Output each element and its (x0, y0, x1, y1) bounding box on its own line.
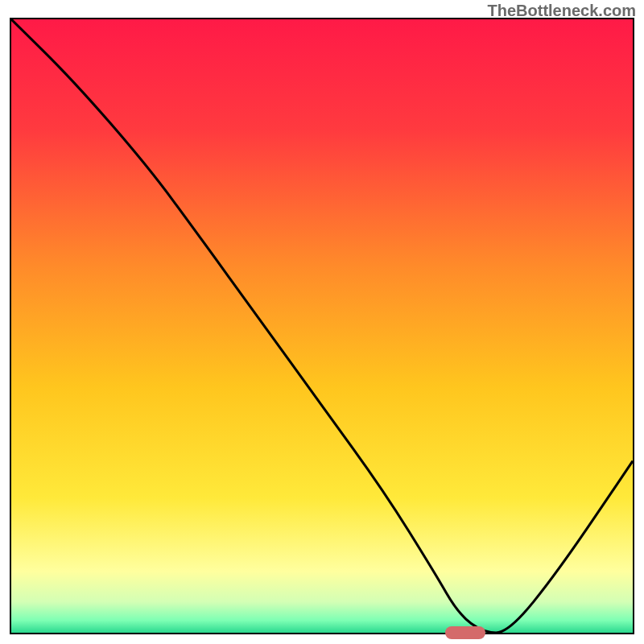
optimal-marker (445, 626, 485, 639)
chart-frame (10, 18, 634, 634)
bottleneck-curve (11, 19, 633, 633)
